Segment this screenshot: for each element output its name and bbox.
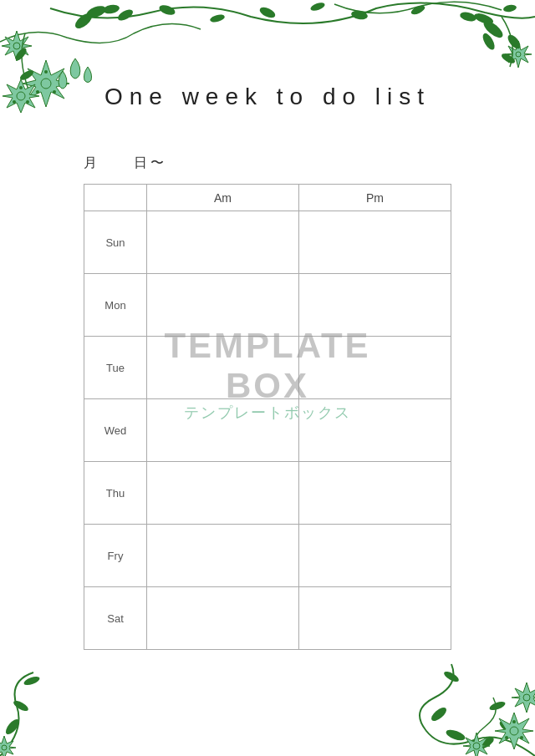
- table-row: Sun: [84, 211, 451, 274]
- table-row: Thu: [84, 462, 451, 525]
- svg-point-11: [258, 5, 277, 20]
- title-area: One week to do list: [0, 84, 535, 110]
- pm-cell[interactable]: [299, 399, 451, 462]
- svg-point-31: [429, 705, 448, 723]
- svg-point-44: [2, 745, 7, 750]
- svg-point-1: [44, 70, 48, 74]
- svg-point-37: [520, 736, 523, 739]
- table-row: Fry: [84, 525, 451, 587]
- svg-point-16: [502, 4, 517, 13]
- page: One week to do list 月 日〜 Am Pm SunMonTue…: [0, 0, 535, 756]
- svg-point-35: [510, 727, 518, 735]
- am-cell[interactable]: [147, 462, 299, 525]
- day-label: Fry: [84, 525, 147, 587]
- am-cell[interactable]: [147, 274, 299, 337]
- svg-point-7: [102, 3, 120, 14]
- am-cell[interactable]: [147, 337, 299, 399]
- svg-point-20: [516, 52, 521, 57]
- table-row: Mon: [84, 274, 451, 337]
- table-row: Wed: [84, 399, 451, 462]
- am-cell[interactable]: [147, 587, 299, 650]
- date-label: 月 日〜: [84, 155, 167, 172]
- top-decoration: [0, 0, 535, 134]
- schedule-table: Am Pm SunMonTueWedThuFrySat: [84, 184, 451, 650]
- svg-point-40: [523, 694, 530, 701]
- pm-cell[interactable]: [299, 462, 451, 525]
- svg-point-39: [473, 743, 480, 749]
- col-header-day: [84, 185, 147, 211]
- svg-point-9: [158, 3, 176, 17]
- svg-point-13: [350, 9, 368, 20]
- col-header-pm: Pm: [299, 185, 451, 211]
- am-cell[interactable]: [147, 525, 299, 587]
- svg-point-4: [13, 43, 20, 49]
- pm-cell[interactable]: [299, 274, 451, 337]
- day-label: Sun: [84, 211, 147, 274]
- pm-cell[interactable]: [299, 337, 451, 399]
- pm-cell[interactable]: [299, 525, 451, 587]
- svg-point-12: [309, 1, 326, 13]
- svg-point-10: [209, 13, 225, 23]
- day-label: Thu: [84, 462, 147, 525]
- day-label: Tue: [84, 337, 147, 399]
- am-cell[interactable]: [147, 211, 299, 274]
- bottom-right-decoration: [351, 622, 535, 756]
- am-cell[interactable]: [147, 399, 299, 462]
- day-label: Wed: [84, 399, 147, 462]
- col-header-am: Am: [147, 185, 299, 211]
- day-label: Mon: [84, 274, 147, 337]
- svg-point-30: [445, 728, 466, 743]
- table-row: Tue: [84, 337, 451, 399]
- page-title: One week to do list: [104, 84, 431, 109]
- day-label: Sat: [84, 587, 147, 650]
- svg-point-33: [488, 700, 507, 712]
- svg-point-36: [512, 720, 516, 723]
- svg-point-38: [505, 736, 508, 739]
- pm-cell[interactable]: [299, 211, 451, 274]
- bottom-left-decoration: [0, 664, 92, 756]
